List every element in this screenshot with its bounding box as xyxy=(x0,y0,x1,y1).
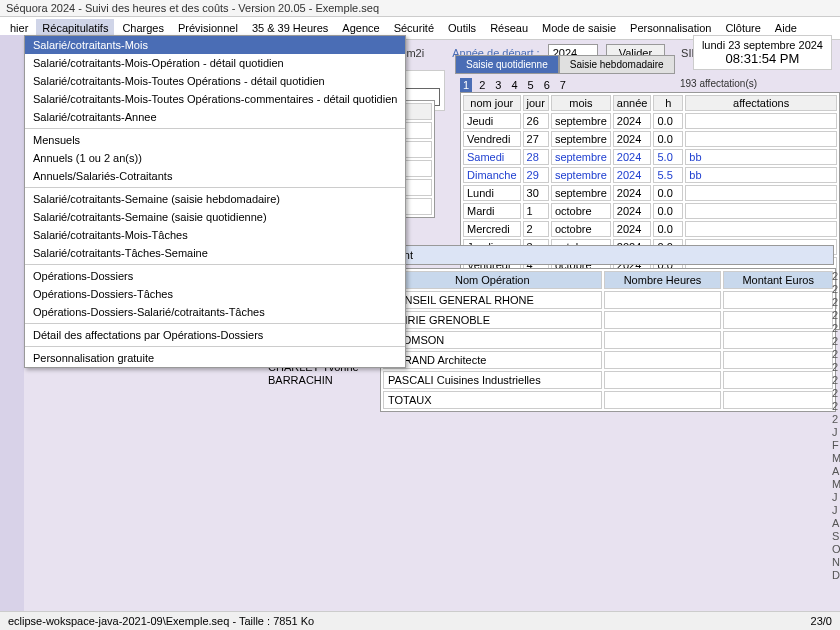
ops-header: Montant Euros xyxy=(723,271,833,289)
sched-cell[interactable]: 5.0 xyxy=(653,149,683,165)
strip-char: J xyxy=(832,426,840,439)
tab[interactable]: Saisie quotidienne xyxy=(455,55,559,74)
sched-cell[interactable]: bb xyxy=(685,149,837,165)
left-gutter xyxy=(0,35,24,612)
page-3[interactable]: 3 xyxy=(492,78,504,92)
sched-cell[interactable]: septembre xyxy=(551,149,611,165)
sched-cell[interactable]: Mercredi xyxy=(463,221,521,237)
sched-cell[interactable] xyxy=(685,221,837,237)
page-6[interactable]: 6 xyxy=(541,78,553,92)
status-right: 23/0 xyxy=(811,615,832,627)
sched-cell[interactable]: 2024 xyxy=(613,203,652,219)
page-2[interactable]: 2 xyxy=(476,78,488,92)
menu-mode-de-saisie[interactable]: Mode de saisie xyxy=(536,19,622,37)
sched-cell[interactable] xyxy=(685,203,837,219)
sched-cell[interactable]: 2024 xyxy=(613,149,652,165)
strip-char: 2 xyxy=(832,387,840,400)
menu-item[interactable]: Salarié/cotraitants-Tâches-Semaine xyxy=(25,244,405,262)
sched-header: année xyxy=(613,95,652,111)
sched-cell[interactable]: 0.0 xyxy=(653,203,683,219)
menu-item[interactable]: Personnalisation gratuite xyxy=(25,349,405,367)
sched-cell[interactable]: Mardi xyxy=(463,203,521,219)
strip-char: 2 xyxy=(832,335,840,348)
sched-cell[interactable]: 2 xyxy=(523,221,549,237)
sched-cell[interactable]: Vendredi xyxy=(463,131,521,147)
sched-cell[interactable]: octobre xyxy=(551,221,611,237)
strip-char: 2 xyxy=(832,361,840,374)
strip-char: 2 xyxy=(832,296,840,309)
sched-header: h xyxy=(653,95,683,111)
sched-cell[interactable]: septembre xyxy=(551,131,611,147)
menu-item[interactable]: Salarié/cotraitants-Mois-Toutes Opératio… xyxy=(25,72,405,90)
sched-cell[interactable]: 26 xyxy=(523,113,549,129)
sched-cell[interactable]: Samedi xyxy=(463,149,521,165)
sched-cell[interactable]: 1 xyxy=(523,203,549,219)
entry-tabs: Saisie quotidienneSaisie hebdomadaire xyxy=(455,55,675,74)
sched-cell[interactable]: Dimanche xyxy=(463,167,521,183)
sched-header: nom jour xyxy=(463,95,521,111)
ops-cell: TOTAUX xyxy=(383,391,602,409)
sched-cell[interactable]: 28 xyxy=(523,149,549,165)
sched-cell[interactable]: 0.0 xyxy=(653,185,683,201)
sched-cell[interactable]: 30 xyxy=(523,185,549,201)
date-box: lundi 23 septembre 2024 08:31:54 PM xyxy=(693,35,832,70)
menu-item[interactable]: Détail des affectations par Opérations-D… xyxy=(25,326,405,344)
strip-char: O xyxy=(832,543,840,556)
sched-cell[interactable]: 2024 xyxy=(613,131,652,147)
sched-cell[interactable] xyxy=(685,113,837,129)
status-bar: eclipse-wokspace-java-2021-09\Exemple.se… xyxy=(0,611,840,630)
menu-item[interactable]: Opérations-Dossiers-Salarié/cotraitants-… xyxy=(25,303,405,321)
page-7[interactable]: 7 xyxy=(557,78,569,92)
sched-cell[interactable]: octobre xyxy=(551,203,611,219)
employee-name[interactable]: BARRACHIN xyxy=(268,374,388,387)
menu-item[interactable]: Opérations-Dossiers xyxy=(25,267,405,285)
menu-r-seau[interactable]: Réseau xyxy=(484,19,534,37)
menu-item[interactable]: Annuels/Salariés-Cotraitants xyxy=(25,167,405,185)
sched-cell[interactable]: 29 xyxy=(523,167,549,183)
sched-cell[interactable] xyxy=(685,185,837,201)
sched-cell[interactable] xyxy=(685,131,837,147)
sched-cell[interactable]: 27 xyxy=(523,131,549,147)
affectation-count: 193 affectation(s) xyxy=(680,78,757,89)
tab[interactable]: Saisie hebdomadaire xyxy=(559,55,675,74)
page-1[interactable]: 1 xyxy=(460,78,472,92)
sched-cell[interactable]: 5.5 xyxy=(653,167,683,183)
sched-cell[interactable]: Jeudi xyxy=(463,113,521,129)
page-4[interactable]: 4 xyxy=(508,78,520,92)
sched-cell[interactable]: 0.0 xyxy=(653,221,683,237)
strip-char: 2 xyxy=(832,374,840,387)
sched-cell[interactable]: septembre xyxy=(551,185,611,201)
sched-cell[interactable]: 2024 xyxy=(613,113,652,129)
sched-cell[interactable]: septembre xyxy=(551,113,611,129)
menu-item[interactable]: Salarié/cotraitants-Semaine (saisie quot… xyxy=(25,208,405,226)
ops-header: Nom Opération xyxy=(383,271,602,289)
strip-char: S xyxy=(832,530,840,543)
strip-char: 2 xyxy=(832,283,840,296)
menu-item[interactable]: Salarié/cotraitants-Mois-Toutes Opératio… xyxy=(25,90,405,108)
sched-cell[interactable]: 0.0 xyxy=(653,131,683,147)
strip-char: 2 xyxy=(832,270,840,283)
sched-cell[interactable]: 2024 xyxy=(613,167,652,183)
menu-item[interactable]: Salarié/cotraitants-Semaine (saisie hebd… xyxy=(25,190,405,208)
strip-char: J xyxy=(832,504,840,517)
menu-item[interactable]: Annuels (1 ou 2 an(s)) xyxy=(25,149,405,167)
sched-cell[interactable]: bb xyxy=(685,167,837,183)
menu-item[interactable]: Opérations-Dossiers-Tâches xyxy=(25,285,405,303)
sched-cell[interactable]: 2024 xyxy=(613,185,652,201)
menu-item[interactable]: Salarié/cotraitants-Mois-Opération - dét… xyxy=(25,54,405,72)
sched-cell[interactable]: 0.0 xyxy=(653,113,683,129)
menu-outils[interactable]: Outils xyxy=(442,19,482,37)
date-text: lundi 23 septembre 2024 xyxy=(702,39,823,51)
sched-cell[interactable]: Lundi xyxy=(463,185,521,201)
ops-cell: THOMSON xyxy=(383,331,602,349)
page-5[interactable]: 5 xyxy=(525,78,537,92)
sched-cell[interactable]: septembre xyxy=(551,167,611,183)
menu-item[interactable]: Mensuels xyxy=(25,131,405,149)
strip-char: A xyxy=(832,517,840,530)
menu-item[interactable]: Salarié/cotraitants-Mois xyxy=(25,36,405,54)
menu-item[interactable]: Salarié/cotraitants-Mois-Tâches xyxy=(25,226,405,244)
ops-cell: PASCALI Cuisines Industrielles xyxy=(383,371,602,389)
menu-item[interactable]: Salarié/cotraitants-Annee xyxy=(25,108,405,126)
sched-cell[interactable]: 2024 xyxy=(613,221,652,237)
strip-char: J xyxy=(832,491,840,504)
